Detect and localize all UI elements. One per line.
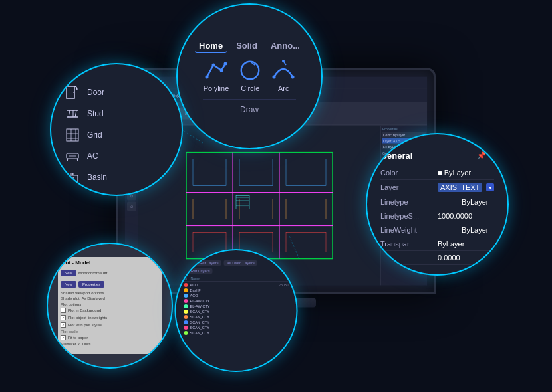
bubble-left-content: Door Stud (51, 64, 182, 195)
floor-plan-svg (180, 146, 339, 265)
plot-add-plotter-label: Monochrome dft (78, 271, 107, 275)
props-key-linetype: Linetype (380, 198, 434, 206)
layer-row-7[interactable]: SCAN_CTY (183, 320, 290, 325)
plot-cb-styles[interactable]: ✓ (61, 322, 66, 328)
props-row-linetype[interactable]: Linetype ——— ByLayer (380, 195, 494, 209)
bubble-tab-solid[interactable]: Solid (232, 39, 261, 53)
plot-dialog-title: Plot - Model (61, 260, 159, 266)
layer-color-4 (184, 304, 188, 308)
svg-rect-10 (286, 199, 326, 219)
plot-cb-fit[interactable]: ✓ (61, 335, 66, 340)
props-row-extra[interactable]: 0.0000 (380, 251, 494, 265)
props-row-color[interactable]: Color ■ ByLayer (380, 166, 494, 180)
bubble-block-library: Door Stud (50, 63, 183, 196)
layer-row-5[interactable]: SCAN_CTY (183, 309, 290, 314)
layer-color-8 (184, 326, 188, 330)
circle-label: Circle (241, 84, 259, 92)
layer-row-9[interactable]: SCAN_CTY (183, 330, 290, 336)
svg-rect-54 (67, 195, 70, 196)
props-row-transparency[interactable]: Transpar... ByLayer (380, 237, 494, 251)
plot-options-label: Plot options (61, 302, 159, 306)
block-label-ac: AC (87, 151, 98, 161)
svg-point-30 (291, 75, 295, 78)
plot-cb-bg[interactable] (61, 308, 66, 313)
bubble-tool-arc[interactable]: Arc (271, 58, 295, 92)
layer-row-0[interactable]: ACO 75030 (183, 282, 290, 288)
svg-line-46 (67, 159, 68, 161)
svg-rect-5 (193, 159, 226, 185)
scene: 绘图 Home 绘图 修改 视图 格式 Archit... ╱ (43, 10, 509, 382)
shade-plot-key: Shade plot (61, 296, 80, 300)
svg-rect-13 (286, 232, 326, 252)
plot-unit-label: Millimeter ∨ (61, 342, 80, 346)
plot-cb-lw[interactable]: ✓ (61, 315, 66, 320)
layer-color-2 (184, 294, 188, 298)
plot-label-fit: Fit to paper (68, 336, 88, 340)
props-val-layer[interactable]: AXIS_TEXT (438, 183, 482, 192)
layer-row-8[interactable]: SCAN_CTY (183, 325, 290, 330)
plot-btn-properties[interactable]: Properties (78, 281, 104, 288)
layer-color-7 (184, 320, 188, 324)
block-item-basin[interactable]: Basin (65, 169, 168, 185)
layer-header: All Non-Ref Layers All Used Layers (183, 260, 290, 266)
plot-label-bg: Plot in Background (68, 308, 101, 312)
bubble-tool-circle[interactable]: Circle (238, 58, 262, 92)
props-row-layer[interactable]: Layer AXIS_TEXT ▼ (380, 180, 494, 195)
bubble-draw-content: Home Solid Anno... (178, 5, 321, 148)
props-val-ltscale: 1000.0000 (438, 212, 494, 220)
layer-btn-used[interactable]: All Used Layers (224, 260, 257, 266)
block-label-door: Door (87, 88, 104, 97)
block-item-grid[interactable]: Grid (65, 127, 168, 143)
layer-dropdown-icon[interactable]: ▼ (486, 183, 494, 191)
shade-plot-value: As Displayed (82, 296, 105, 300)
layer-btn-ref[interactable]: All Ref Layers (183, 268, 213, 274)
bubble-tabs: Home Solid Anno... (195, 39, 304, 53)
svg-point-26 (224, 62, 227, 65)
props-row-ltscale[interactable]: LinetypeS... 1000.0000 (380, 209, 494, 223)
block-item-ac[interactable]: AC (65, 148, 168, 164)
svg-rect-11 (193, 232, 226, 252)
layer-color-1 (184, 288, 188, 292)
props-key-layer: Layer (380, 183, 434, 191)
arc-icon (271, 58, 295, 82)
bubble-tab-home[interactable]: Home (195, 39, 227, 53)
plot-btn-new2[interactable]: New (61, 281, 76, 288)
bubble-plot-dialog: Plot - Model New Monochrome dft New Prop… (47, 243, 173, 369)
bubble-right-content: General 📌 ✕ Color ■ ByLayer Layer AXIS_T… (367, 134, 507, 274)
svg-point-50 (71, 177, 74, 180)
props-pin-icon[interactable]: 📌 (477, 151, 486, 160)
layer-row-4[interactable]: EL-AW-CTY (183, 304, 290, 309)
layer-row-3[interactable]: EL-AW-CTY (183, 298, 290, 304)
layer-row-2[interactable]: ACO (183, 293, 290, 298)
block-label-bed: Bed (87, 194, 101, 196)
svg-line-37 (69, 110, 70, 117)
plot-opt-styles: ✓ Plot with plot styles (61, 322, 159, 328)
props-key-ltscale: LinetypeS... (380, 212, 434, 220)
bubble-tool-polyline[interactable]: Polyline (204, 58, 229, 92)
props-close-icon[interactable]: ✕ (488, 151, 494, 160)
plot-label-lw: Plot object lineweights (68, 316, 107, 320)
layer-btn-nonref[interactable]: All Non-Ref Layers (183, 260, 221, 266)
props-val-lineweight: ——— ByLayer (438, 226, 494, 234)
svg-rect-0 (186, 152, 333, 258)
svg-rect-12 (239, 232, 273, 252)
plot-unit-row: Millimeter ∨ Units (61, 342, 159, 346)
plot-btn-new[interactable]: New (61, 270, 76, 276)
polyline-icon (204, 58, 228, 82)
bubble-plot-content: Plot - Model New Monochrome dft New Prop… (48, 244, 172, 367)
layer-name-7: SCAN_CTY (190, 320, 289, 324)
plot-opt-bg: Plot in Background (61, 308, 159, 313)
layer-num-0: 75030 (279, 283, 289, 287)
svg-point-29 (273, 75, 276, 78)
layer-name-0: ACO (190, 283, 277, 287)
bubble-tools-row: Polyline Circle (204, 58, 296, 92)
bubble-tab-anno[interactable]: Anno... (267, 39, 304, 53)
props-row-lineweight[interactable]: LineWeight ——— ByLayer (380, 223, 494, 237)
layer-row-1[interactable]: DashF (183, 288, 290, 293)
block-item-stud[interactable]: Stud (65, 106, 168, 122)
block-item-door[interactable]: Door (65, 84, 168, 100)
props-val-color: ■ ByLayer (438, 169, 494, 177)
bubble-properties: General 📌 ✕ Color ■ ByLayer Layer AXIS_T… (366, 133, 509, 276)
layer-row-6[interactable]: SCAN_CTY (183, 314, 290, 320)
left-btn-8[interactable]: ∅ (127, 202, 136, 211)
